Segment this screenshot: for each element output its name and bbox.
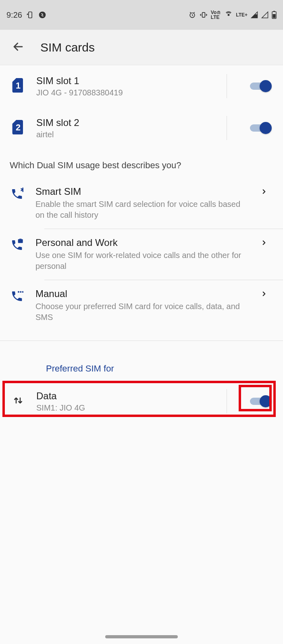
chevron-right-icon: [260, 186, 273, 197]
svg-text:2: 2: [16, 122, 21, 132]
sim-2-sub: airtel: [36, 130, 214, 139]
battery-icon: [272, 11, 277, 19]
smart-sim-desc: Enable the smart SIM card selection for …: [35, 199, 245, 221]
svg-rect-12: [19, 239, 21, 239]
svg-point-4: [228, 14, 229, 15]
svg-point-15: [22, 291, 23, 293]
svg-rect-6: [273, 11, 275, 12]
personal-work-row[interactable]: Personal and Work Use one SIM for work-r…: [0, 229, 283, 280]
phone-rotate-icon: [26, 11, 34, 19]
data-sub: SIM1: JIO 4G: [36, 403, 214, 413]
chevron-right-icon: [260, 237, 273, 248]
phone-dots-icon: [10, 288, 24, 303]
phone-briefcase-icon: [10, 237, 24, 252]
sim-2-toggle[interactable]: [250, 123, 271, 133]
sim-1-toggle[interactable]: [250, 81, 271, 91]
svg-rect-7: [273, 14, 276, 18]
personal-work-title: Personal and Work: [35, 237, 245, 248]
manual-row[interactable]: Manual Choose your preferred SIM card fo…: [0, 280, 283, 331]
preferred-sim-header: Preferred SIM for: [0, 341, 283, 384]
data-arrows-icon: [12, 394, 24, 408]
svg-point-14: [20, 291, 21, 293]
status-bar: 9:26 Vo⫙LTE LTE+: [0, 0, 283, 30]
sim-2-name: SIM slot 2: [36, 117, 214, 128]
chevron-right-icon: [260, 288, 273, 299]
signal-2-icon: [261, 11, 268, 19]
manual-desc: Choose your preferred SIM card for voice…: [35, 301, 245, 323]
svg-text:1: 1: [16, 80, 21, 91]
data-title: Data: [36, 390, 214, 402]
smart-sim-row[interactable]: ✱ Smart SIM Enable the smart SIM card se…: [0, 178, 283, 229]
vibrate-icon: [200, 11, 208, 19]
page-title: SIM cards: [40, 41, 95, 54]
back-icon[interactable]: [11, 40, 25, 55]
svg-rect-3: [202, 12, 205, 17]
svg-point-13: [18, 291, 19, 293]
sim-1-name: SIM slot 1: [36, 75, 214, 87]
volte-icon: Vo⫙LTE: [211, 10, 221, 20]
status-time: 9:26: [6, 10, 22, 20]
sim-slot-2-row[interactable]: 2 SIM slot 2 airtel: [0, 107, 283, 149]
data-toggle[interactable]: [250, 396, 271, 407]
hotspot-icon: [225, 11, 233, 19]
phone-star-icon: ✱: [10, 186, 24, 200]
svg-text:✱: ✱: [20, 188, 23, 193]
manual-title: Manual: [35, 288, 245, 299]
sim-1-icon: 1: [12, 78, 24, 94]
lte-plus-label: LTE+: [236, 12, 248, 17]
personal-work-desc: Use one SIM for work-related voice calls…: [35, 250, 245, 272]
app-bar: SIM cards: [0, 30, 283, 65]
shazam-icon: [38, 11, 46, 19]
smart-sim-title: Smart SIM: [35, 186, 245, 197]
dual-sim-header: Which Dual SIM usage best describes you?: [0, 149, 283, 178]
sim-slot-1-row[interactable]: 1 SIM slot 1 JIO 4G - 917088380419: [0, 65, 283, 107]
svg-rect-11: [18, 239, 23, 243]
alarm-icon: [188, 11, 196, 19]
sim-1-sub: JIO 4G - 917088380419: [36, 88, 214, 97]
nav-gesture-pill[interactable]: [105, 635, 178, 638]
signal-1-icon: [251, 11, 258, 19]
svg-rect-0: [29, 12, 32, 18]
data-sim-row[interactable]: Data SIM1: JIO 4G: [0, 384, 283, 419]
sim-2-icon: 2: [12, 120, 24, 136]
